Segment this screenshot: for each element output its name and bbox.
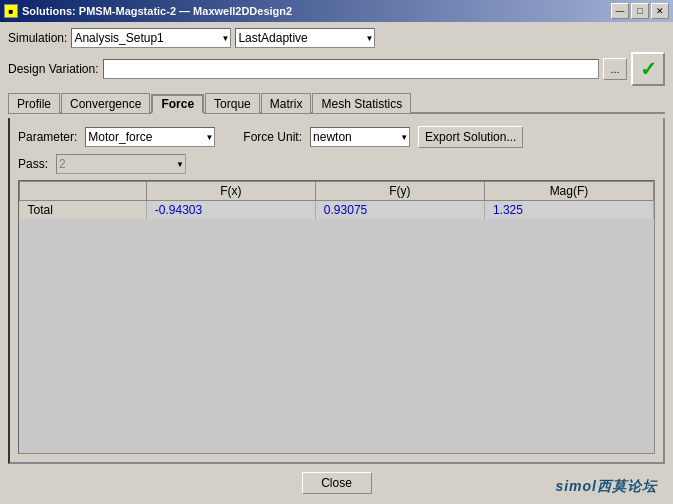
tab-profile[interactable]: Profile — [8, 93, 60, 113]
design-variation-row: Design Variation: ... ✓ — [8, 52, 665, 86]
window-icon: ■ — [4, 4, 18, 18]
design-variation-input[interactable] — [103, 59, 600, 79]
design-variation-label: Design Variation: — [8, 62, 99, 76]
export-solution-button[interactable]: Export Solution... — [418, 126, 523, 148]
tab-content-force: Parameter: Motor_force Force Unit: newto… — [8, 118, 665, 464]
browse-button[interactable]: ... — [603, 58, 627, 80]
minimize-button[interactable]: — — [611, 3, 629, 19]
checkmark-icon: ✓ — [640, 57, 657, 81]
close-button[interactable]: Close — [302, 472, 372, 494]
col-header-label — [20, 182, 147, 201]
maximize-button[interactable]: □ — [631, 3, 649, 19]
pass-select[interactable]: 2 — [56, 154, 186, 174]
window-body: Simulation: Analysis_Setup1 LastAdaptive… — [0, 22, 673, 504]
parameter-row: Parameter: Motor_force Force Unit: newto… — [18, 126, 655, 148]
tabs-container: Profile Convergence Force Torque Matrix … — [8, 92, 665, 114]
row-magf: 1.325 — [484, 201, 653, 220]
pass-label: Pass: — [18, 157, 48, 171]
table-area: F(x) F(y) Mag(F) Total -0.94303 0.93075 … — [18, 180, 655, 454]
col-header-fx: F(x) — [146, 182, 315, 201]
table-row: Total -0.94303 0.93075 1.325 — [20, 201, 654, 220]
close-window-button[interactable]: ✕ — [651, 3, 669, 19]
bottom-bar: Close simol西莫论坛 — [8, 468, 665, 498]
tab-matrix[interactable]: Matrix — [261, 93, 312, 113]
parameter-select[interactable]: Motor_force — [85, 127, 215, 147]
pass-select-wrapper: 2 — [56, 154, 186, 174]
parameter-label: Parameter: — [18, 130, 77, 144]
simulation-select[interactable]: Analysis_Setup1 — [71, 28, 231, 48]
checkmark-button[interactable]: ✓ — [631, 52, 665, 86]
pass-row: Pass: 2 — [18, 154, 655, 174]
watermark: simol西莫论坛 — [555, 478, 657, 496]
row-fx: -0.94303 — [146, 201, 315, 220]
watermark-text: simol西莫论坛 — [555, 478, 657, 494]
tab-convergence[interactable]: Convergence — [61, 93, 150, 113]
simulation-label: Simulation: — [8, 31, 67, 45]
adaptive-select[interactable]: LastAdaptive — [235, 28, 375, 48]
parameter-select-wrapper: Motor_force — [85, 127, 215, 147]
force-unit-select-wrapper: newton — [310, 127, 410, 147]
tab-torque[interactable]: Torque — [205, 93, 260, 113]
window-title: Solutions: PMSM-Magstatic-2 — Maxwell2DD… — [22, 5, 292, 17]
adaptive-select-wrapper: LastAdaptive — [235, 28, 375, 48]
title-bar: ■ Solutions: PMSM-Magstatic-2 — Maxwell2… — [0, 0, 673, 22]
col-header-fy: F(y) — [315, 182, 484, 201]
tab-force[interactable]: Force — [151, 94, 204, 114]
force-unit-label: Force Unit: — [243, 130, 302, 144]
row-label: Total — [20, 201, 147, 220]
tab-mesh-statistics[interactable]: Mesh Statistics — [312, 93, 411, 113]
simulation-select-wrapper: Analysis_Setup1 — [71, 28, 231, 48]
title-buttons: — □ ✕ — [611, 3, 669, 19]
row-fy: 0.93075 — [315, 201, 484, 220]
data-table: F(x) F(y) Mag(F) Total -0.94303 0.93075 … — [18, 180, 655, 454]
force-table: F(x) F(y) Mag(F) Total -0.94303 0.93075 … — [19, 181, 654, 219]
force-unit-select[interactable]: newton — [310, 127, 410, 147]
simulation-row: Simulation: Analysis_Setup1 LastAdaptive — [8, 28, 665, 48]
col-header-magf: Mag(F) — [484, 182, 653, 201]
